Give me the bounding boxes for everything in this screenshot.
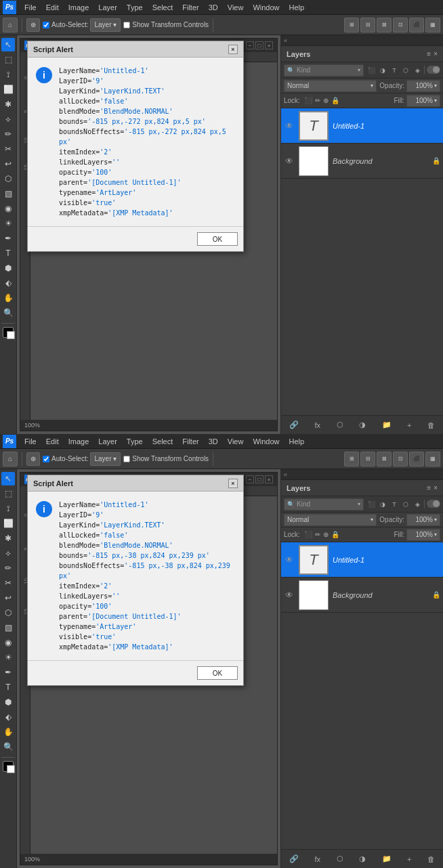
tool-eyedropper-bottom[interactable]: ✱ bbox=[1, 531, 15, 545]
move-tool-btn-bottom[interactable]: ⊕ bbox=[26, 452, 40, 466]
tool-eraser-bottom[interactable]: ⬡ bbox=[1, 606, 15, 620]
tool-clone-bottom[interactable]: ✂ bbox=[1, 576, 15, 590]
menu-file-bottom[interactable]: File bbox=[20, 436, 41, 447]
autoselect-dropdown-top[interactable]: Layer ▾ bbox=[90, 18, 121, 32]
lock-all-top[interactable]: 🔒 bbox=[331, 97, 339, 104]
menu-type-bottom[interactable]: Type bbox=[123, 436, 147, 447]
panel-fx-btn-top[interactable]: fx bbox=[312, 420, 324, 431]
align-btn2-bottom[interactable]: ⊟ bbox=[360, 452, 375, 466]
filter-adjustment-bottom[interactable]: ◑ bbox=[378, 500, 387, 509]
autoselect-checkbox-bottom[interactable] bbox=[43, 456, 49, 462]
tool-brush-bottom[interactable]: ✏ bbox=[1, 561, 15, 575]
fill-input-bottom[interactable]: 100% ▾ bbox=[406, 529, 440, 541]
menu-filter-top[interactable]: Filter bbox=[178, 2, 203, 13]
layer-vis-text-bottom[interactable]: 👁 bbox=[284, 555, 295, 565]
menu-image-top[interactable]: Image bbox=[64, 2, 93, 13]
home-icon-bottom[interactable]: ⌂ bbox=[3, 452, 18, 466]
panel-mask-btn-bottom[interactable]: ⬡ bbox=[334, 853, 346, 865]
layer-item-bg-bottom[interactable]: 👁 Background 🔒 bbox=[281, 578, 443, 613]
align-btn5-top[interactable]: ⬛ bbox=[409, 18, 424, 32]
panel-menu-icon-top[interactable]: ≡ bbox=[427, 50, 431, 58]
doc-close-top[interactable]: × bbox=[265, 41, 273, 49]
panel-adjustment-btn-bottom[interactable]: ◑ bbox=[356, 853, 368, 865]
menu-edit-top[interactable]: Edit bbox=[42, 2, 63, 13]
layer-item-bg-top[interactable]: 👁 Background 🔒 bbox=[281, 144, 443, 179]
tool-select-bottom[interactable]: ⬚ bbox=[1, 487, 15, 500]
script-alert-close-top[interactable]: × bbox=[228, 45, 238, 54]
tool-brush-top[interactable]: ✏ bbox=[1, 127, 15, 141]
tool-heal-top[interactable]: ⟡ bbox=[1, 112, 15, 126]
panel-folder-btn-top[interactable]: 📁 bbox=[379, 419, 394, 431]
panel-link-btn-bottom[interactable]: 🔗 bbox=[287, 853, 301, 865]
lock-pixels-bottom[interactable]: ⬛ bbox=[304, 531, 312, 538]
filter-toggle-top[interactable] bbox=[427, 66, 440, 74]
menu-help-top[interactable]: Help bbox=[285, 2, 309, 13]
menu-view-top[interactable]: View bbox=[224, 2, 248, 13]
menu-select-bottom[interactable]: Select bbox=[148, 436, 177, 447]
tool-select-top[interactable]: ⬚ bbox=[1, 53, 15, 66]
transform-checkbox-bottom[interactable] bbox=[123, 456, 130, 462]
panel-fx-btn-bottom[interactable]: fx bbox=[312, 854, 324, 865]
menu-layer-top[interactable]: Layer bbox=[94, 2, 121, 13]
lock-position-top[interactable]: ✏ bbox=[315, 97, 320, 104]
blend-select-bottom[interactable]: Normal ▾ bbox=[284, 514, 377, 526]
tool-pen-top[interactable]: ✒ bbox=[1, 232, 15, 245]
tool-gradient-top[interactable]: ▧ bbox=[1, 187, 15, 200]
doc-maximize-top[interactable]: □ bbox=[255, 41, 263, 49]
menu-window-top[interactable]: Window bbox=[249, 2, 283, 13]
menu-select-top[interactable]: Select bbox=[148, 2, 177, 13]
lock-pixels-top[interactable]: ⬛ bbox=[304, 97, 312, 104]
align-btn6-top[interactable]: ▦ bbox=[425, 18, 440, 32]
align-btn1-bottom[interactable]: ⊞ bbox=[344, 452, 359, 466]
autoselect-check-bottom[interactable]: Auto-Select: Layer ▾ bbox=[43, 452, 121, 466]
fill-input-top[interactable]: 100% ▾ bbox=[406, 95, 440, 107]
tool-heal-bottom[interactable]: ⟡ bbox=[1, 546, 15, 560]
tool-blur-bottom[interactable]: ◉ bbox=[1, 636, 15, 649]
menu-window-bottom[interactable]: Window bbox=[249, 436, 283, 447]
tool-eyedropper-top[interactable]: ✱ bbox=[1, 97, 15, 111]
doc-minimize-top[interactable]: − bbox=[246, 41, 254, 49]
tool-fgcolor-bottom[interactable] bbox=[3, 761, 14, 772]
menu-3d-top[interactable]: 3D bbox=[205, 2, 222, 13]
script-alert-close-bottom[interactable]: × bbox=[228, 479, 238, 488]
panel-new-btn-top[interactable]: + bbox=[404, 420, 414, 431]
panel-adjustment-btn-top[interactable]: ◑ bbox=[356, 419, 368, 431]
tool-dodge-top[interactable]: ☀ bbox=[1, 217, 15, 230]
menu-edit-bottom[interactable]: Edit bbox=[42, 436, 63, 447]
lock-all-bottom[interactable]: 🔒 bbox=[331, 531, 339, 538]
layer-item-text-bottom[interactable]: 👁 T Untitled-1 bbox=[281, 542, 443, 578]
tool-hand-top[interactable]: ✋ bbox=[1, 291, 15, 305]
align-btn4-top[interactable]: ⊡ bbox=[393, 18, 408, 32]
filter-pixel-top[interactable]: ⬛ bbox=[366, 66, 376, 75]
doc-minimize-bottom[interactable]: − bbox=[246, 475, 254, 483]
tool-path-top[interactable]: ⬢ bbox=[1, 261, 15, 275]
panel-close-icon-top[interactable]: × bbox=[434, 50, 438, 58]
layer-vis-bg-top[interactable]: 👁 bbox=[284, 156, 295, 167]
panel-folder-btn-bottom[interactable]: 📁 bbox=[379, 853, 394, 865]
home-icon-top[interactable]: ⌂ bbox=[3, 18, 18, 32]
tool-crop-bottom[interactable]: ⬜ bbox=[1, 517, 15, 530]
align-btn2-top[interactable]: ⊟ bbox=[360, 18, 375, 32]
lock-artboard-top[interactable]: ⊕ bbox=[323, 97, 329, 104]
tool-shape-top[interactable]: ⬖ bbox=[1, 276, 15, 290]
transform-check-top[interactable]: Show Transform Controls bbox=[123, 21, 209, 28]
filter-shape-bottom[interactable]: ⬡ bbox=[401, 500, 410, 509]
move-tool-btn-top[interactable]: ⊕ bbox=[26, 18, 40, 32]
doc-close-bottom[interactable]: × bbox=[265, 475, 273, 483]
panel-mask-btn-top[interactable]: ⬡ bbox=[334, 419, 346, 431]
ok-button-top[interactable]: OK bbox=[197, 232, 238, 246]
autoselect-checkbox-top[interactable] bbox=[43, 22, 49, 28]
menu-image-bottom[interactable]: Image bbox=[64, 436, 93, 447]
align-btn5-bottom[interactable]: ⬛ bbox=[409, 452, 424, 466]
transform-checkbox-top[interactable] bbox=[123, 22, 130, 28]
kind-dropdown-top[interactable]: 🔍 Kind ▾ bbox=[284, 64, 364, 77]
tool-history-bottom[interactable]: ↩ bbox=[1, 591, 15, 605]
tool-crop-top[interactable]: ⬜ bbox=[1, 83, 15, 96]
menu-3d-bottom[interactable]: 3D bbox=[205, 436, 222, 447]
lock-artboard-bottom[interactable]: ⊕ bbox=[323, 531, 329, 538]
tool-eraser-top[interactable]: ⬡ bbox=[1, 172, 15, 186]
filter-toggle-bottom[interactable] bbox=[427, 500, 440, 508]
align-btn1-top[interactable]: ⊞ bbox=[344, 18, 359, 32]
tool-text-top[interactable]: T bbox=[1, 246, 15, 260]
panel-close-icon-bottom[interactable]: × bbox=[434, 484, 438, 492]
